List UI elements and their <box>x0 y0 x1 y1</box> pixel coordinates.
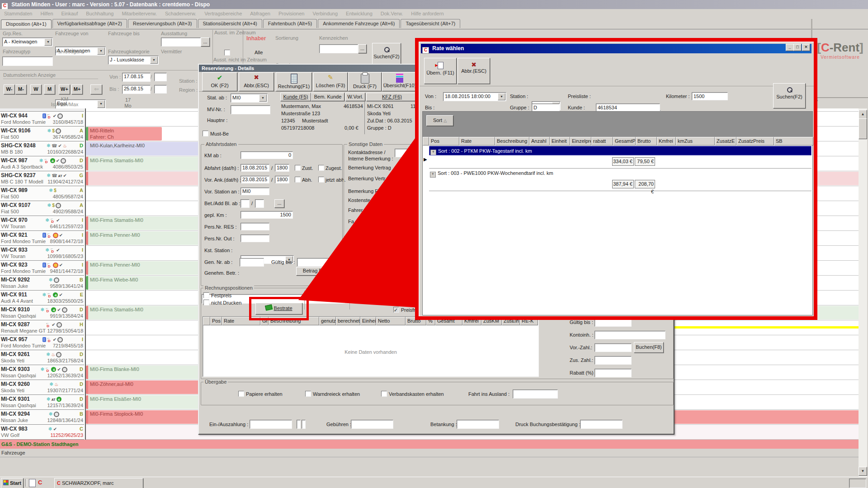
chevron-down-icon[interactable]: ▼ <box>44 38 52 46</box>
station-group-row[interactable]: G&S - DEMO-Station Stadthagen <box>0 440 859 449</box>
vehicle-row[interactable]: MI-CX 9303DNissan Qashqai12052/13639/24 <box>0 365 84 380</box>
ausstattung-input[interactable] <box>161 38 201 47</box>
ausst-im-checkbox[interactable] <box>224 50 230 56</box>
rate-detail-row[interactable]: 387,94 €208,70 € <box>429 178 811 191</box>
chevron-down-icon[interactable]: ▼ <box>97 47 105 55</box>
vehicle-row[interactable]: MI-CX 9301DNissan Qashqai12157/13639/24 <box>0 395 84 410</box>
menu-mitarbeiterverw-[interactable]: Mitarbeiterverw. <box>118 9 161 16</box>
druck-bestaetigung-input[interactable] <box>580 420 623 429</box>
vehicle-row[interactable]: MI-CX 9260DSkoda Yeti19307/21771/24 <box>0 380 84 395</box>
tab-stationsübersicht[interactable]: Stationsübersicht (Alt+4) <box>198 19 262 28</box>
daterange-m--button[interactable]: M- <box>15 84 27 94</box>
small-box-1[interactable] <box>297 420 301 429</box>
abfahrt-more-button[interactable]: ... <box>274 199 284 208</box>
vehicle-row[interactable]: WI-CX 970IVW Touran6461/12597/23 <box>0 216 84 231</box>
start-button[interactable]: Start <box>1 478 24 488</box>
toolbar-calc-button[interactable]: Rechnung(F1) <box>276 72 312 91</box>
abfahrt-input[interactable]: 0 <box>241 151 293 159</box>
dialog-title-bar[interactable]: C Rate wählen <box>421 44 811 53</box>
vehicle-row[interactable]: WI-CX 957ᛒIFord Mondeo Turnie7219/8455/1… <box>0 335 84 350</box>
daterange-w+-button[interactable]: W+ <box>59 84 70 94</box>
kfz-button[interactable]: KFZ (F6) <box>366 93 418 101</box>
vehicle-row[interactable]: WI-CX 983CVW Golf11252/9625/23 <box>0 425 84 440</box>
abbrechen-button[interactable]: Abbr.(ESC) <box>458 58 490 84</box>
menu-vertragsbereiche[interactable]: Vertragsbereiche <box>200 9 246 16</box>
rate-group-row[interactable]: +Sort : 003 - PWE1000 PKW-Wochenendtarif… <box>429 169 811 178</box>
daterange-w-button[interactable]: W <box>30 84 42 94</box>
kunde-button[interactable]: Kunde (F5) <box>280 93 311 101</box>
dialog-kunde-input[interactable]: 4618534 <box>596 103 660 112</box>
abfahrt-checkbox[interactable] <box>318 177 324 183</box>
buchen-button[interactable]: Buchen(F8) <box>634 342 664 353</box>
vehicle-row[interactable]: WI-CX 9107AFiat 5004902/9588/24 <box>0 201 84 216</box>
kennzeichen-input[interactable] <box>319 44 358 53</box>
abfahrt-time-input[interactable]: 1800 <box>275 164 289 172</box>
ein-auszahlung-input[interactable] <box>250 420 292 429</box>
vehicle-row[interactable]: SHG-CX 9237GMB C 180 T Modell11904/24127… <box>0 171 84 186</box>
menu-abfragen[interactable]: Abfragen <box>246 9 274 16</box>
toolbar-print-button[interactable]: Druck (F7) <box>348 72 382 91</box>
sonstige-input[interactable] <box>395 231 420 240</box>
warndreieck-checkbox[interactable] <box>305 391 311 397</box>
mv-nr-input[interactable] <box>231 105 270 114</box>
chevron-down-icon[interactable]: ▼ <box>498 93 505 100</box>
abfahrt-time-input[interactable]: 1800 <box>275 176 289 183</box>
fahrzeuge-row[interactable]: Fahrzeuge <box>0 449 859 457</box>
vehicle-row[interactable]: Toyota Avensis <box>0 108 84 112</box>
abfahrt-input[interactable]: 1500 <box>241 211 293 219</box>
tab-disposition[interactable]: Disposition (Alt+1) <box>1 19 52 28</box>
dialog-kilometer-input[interactable]: 1500 <box>692 92 728 100</box>
tab-ankommende[interactable]: Ankommende Fahrzeuge (Alt+6) <box>318 19 400 28</box>
tab-verfügbarkeitsabfrage[interactable]: Verfügbarkeitsabfrage (Alt+2) <box>52 19 127 28</box>
vehicle-row[interactable]: MI-CX 9294BNissan Juke12848/13641/24 <box>0 410 84 425</box>
sonstige-input[interactable] <box>395 243 420 252</box>
scroll-down-button[interactable]: ▼ <box>859 467 867 476</box>
menu-dok-verw-[interactable]: Dok.Verw. <box>377 9 407 16</box>
vehicle-row[interactable]: WI-CX 9106AFiat 5003674/9585/24 <box>0 127 84 141</box>
abfahrt-input-small[interactable] <box>241 199 250 208</box>
zus-zahl-input[interactable] <box>594 356 632 365</box>
close-button[interactable]: ✕ <box>802 44 810 51</box>
menu-provisionen[interactable]: Provisionen <box>274 9 308 16</box>
gueltig-bis-input[interactable] <box>297 258 337 267</box>
verbandskasten-checkbox[interactable] <box>381 391 387 397</box>
expand-icon[interactable]: + <box>430 172 436 178</box>
small-box-2[interactable] <box>302 420 306 429</box>
papiere-checkbox[interactable] <box>238 391 244 397</box>
quicklaunch-doc-icon[interactable] <box>29 479 36 487</box>
daterange-m+-button[interactable]: M+ <box>71 84 83 94</box>
betankung-input[interactable] <box>457 420 499 429</box>
expand-icon[interactable]: + <box>430 150 436 155</box>
scroll-up-button[interactable]: ▲ <box>859 110 867 119</box>
vehicle-row[interactable]: SHG-CX 9248DMB B 18010160/22688/24 <box>0 141 84 156</box>
vehicle-row[interactable]: WI-CX 921ᛒIFord Mondeo Turnie8908/14472/… <box>0 231 84 246</box>
quicklaunch-crent-icon[interactable]: C <box>38 479 45 486</box>
betrag-reserv-button[interactable]: Betrag Reserv <box>296 267 341 276</box>
must-be-checkbox[interactable] <box>203 131 208 136</box>
vehicle-row[interactable]: WI-CX 989AFiat 5004805/9587/24 <box>0 186 84 201</box>
abfahrt-input[interactable]: 23.08.2015 <box>241 176 269 183</box>
tab-tagesübersicht[interactable]: Tagesübersicht (Alt+7) <box>401 19 460 28</box>
tab-fahrtenbuch[interactable]: Fahrtenbuch (Alt+5) <box>263 19 317 28</box>
vehicle-row[interactable]: WI-CX 911EAudi A 4 Avant18303/25500/25 <box>0 291 84 305</box>
grp-res-select[interactable]: A - Kleinwagen▼ <box>2 38 53 47</box>
bestrate-button[interactable]: Bestrate <box>255 303 302 314</box>
nicht-drucken-checkbox[interactable] <box>203 300 209 305</box>
rabatt-input[interactable] <box>594 369 632 377</box>
sonstige-input[interactable] <box>395 149 420 157</box>
rate-detail-row[interactable]: 334,03 €79,50 € <box>429 155 811 169</box>
vehicle-row[interactable]: MI-CX 9261DSkoda Yeti18653/21758/24 <box>0 350 84 365</box>
bem-kunde-button[interactable]: Bem. Kunde <box>311 93 344 101</box>
wvorl-button[interactable]: W.Vorl. <box>345 93 365 101</box>
vehicle-row[interactable]: MI-CX 9287HRenault Megane GT12798/15054/… <box>0 320 84 335</box>
toolbar-x-button[interactable]: Abbr.(ESC) <box>239 72 274 91</box>
vehicle-row[interactable]: MI-CX 9310DNissan Qashqai9919/13584/24 <box>0 305 84 320</box>
vehicle-row[interactable]: MI-CX 9292BNissan Juke9589/13641/24 <box>0 276 84 291</box>
reservation-block[interactable]: MI0-RittelnFahrer: Ch <box>86 127 162 141</box>
abfahrt-input[interactable] <box>241 235 269 242</box>
vehicle-row[interactable]: WI-CX 987DAudi A 3 Sportback4086/8503/25 <box>0 156 84 171</box>
chevron-down-icon[interactable]: ▼ <box>150 56 158 64</box>
menu-stammdaten[interactable]: Stammdaten <box>0 9 36 16</box>
menu-hilfen[interactable]: Hilfen <box>36 9 57 16</box>
vehicle-row[interactable]: WI-CX 923ᛒIFord Mondeo Turnie9481/14472/… <box>0 261 84 276</box>
